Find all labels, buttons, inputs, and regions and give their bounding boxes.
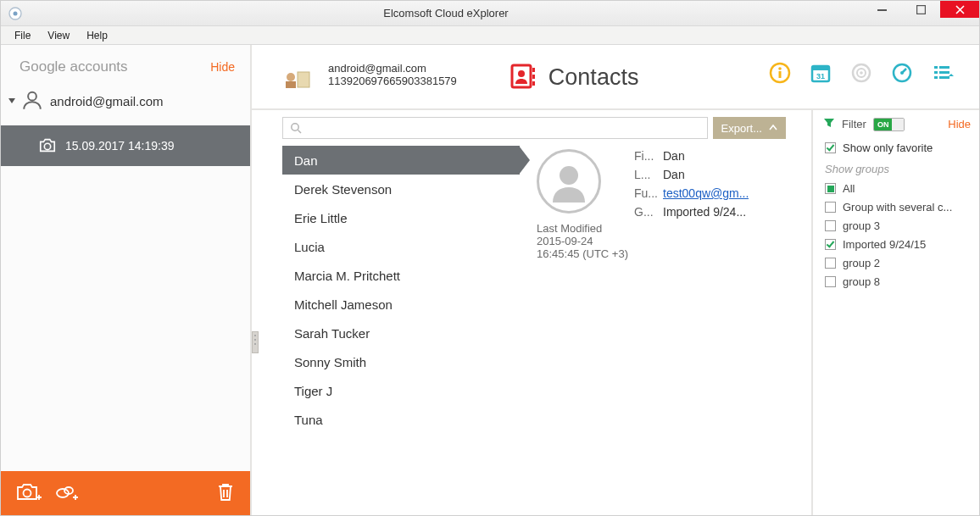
calendar-icon[interactable]: 31 (810, 62, 832, 86)
close-button[interactable] (940, 1, 979, 18)
show-favorite-label: Show only favorite (843, 141, 933, 154)
group-item[interactable]: group 8 (825, 274, 979, 291)
main-area: Google accounts Hide android@gmail.com 1… (1, 45, 979, 515)
export-button[interactable]: Export... (713, 117, 786, 139)
menu-view[interactable]: View (39, 28, 78, 43)
list-item[interactable]: Tuna (282, 405, 520, 434)
list-item[interactable]: Tiger J (282, 376, 520, 405)
search-input[interactable] (302, 121, 700, 136)
svg-rect-33 (939, 76, 949, 79)
field-row: Fu... test00qw@gm... (634, 186, 799, 200)
expand-icon[interactable] (8, 95, 16, 108)
info-icon[interactable] (769, 62, 791, 86)
filter-toggle[interactable]: ON (873, 118, 905, 131)
target-icon[interactable] (850, 62, 872, 86)
group-item[interactable]: Group with several c... (825, 199, 979, 218)
svg-point-4 (28, 92, 36, 101)
filter-label: Filter (842, 118, 866, 130)
add-snapshot-button[interactable] (16, 481, 42, 506)
delete-button[interactable] (216, 482, 235, 505)
field-label: G... (634, 205, 663, 219)
menu-file[interactable]: File (6, 28, 39, 43)
avatar (537, 149, 601, 214)
menu-bar: File View Help (1, 26, 979, 45)
svg-rect-11 (286, 81, 296, 88)
header-email: android@gmail.com (328, 62, 457, 75)
svg-point-18 (778, 67, 782, 70)
filter-head: Filter ON Hide (813, 110, 979, 140)
fields-column: Fi... Dan L... Dan Fu... test00qw@gm... (634, 146, 811, 515)
account-row[interactable]: android@gmail.com (1, 84, 250, 125)
section-title: Contacts (548, 64, 639, 91)
camera-icon (38, 137, 57, 154)
sidebar: Google accounts Hide android@gmail.com 1… (1, 45, 252, 515)
checkbox-icon[interactable] (825, 258, 836, 269)
field-value-link[interactable]: test00qw@gm... (663, 186, 749, 200)
last-modified-time: 16:45:45 (UTC +3) (537, 247, 634, 260)
group-item[interactable]: group 2 (825, 255, 979, 274)
maximize-button[interactable] (901, 1, 940, 18)
sidebar-hide[interactable]: Hide (210, 60, 235, 74)
account-info: android@gmail.com 113920697665903381579 (328, 62, 457, 87)
filter-hide[interactable]: Hide (948, 118, 971, 130)
field-label: Fi... (634, 149, 663, 163)
group-item[interactable]: Imported 9/24/15 (825, 236, 979, 255)
dashboard-icon[interactable] (891, 62, 913, 86)
body-row: Dan Derek Stevenson Erie Little Lucia Ma… (252, 146, 811, 515)
category-menu-icon[interactable] (932, 62, 954, 86)
app-icon (6, 4, 25, 23)
list-item[interactable]: Derek Stevenson (282, 175, 520, 203)
field-row: G... Imported 9/24... (634, 205, 799, 219)
checkbox-icon[interactable] (825, 239, 836, 250)
svg-point-34 (292, 124, 298, 130)
add-cloud-button[interactable] (55, 481, 79, 506)
list-item[interactable]: Sonny Smith (282, 347, 520, 376)
snapshot-label: 15.09.2017 14:19:39 (65, 139, 174, 153)
splitter-handle[interactable] (252, 331, 259, 353)
svg-point-6 (24, 489, 31, 497)
checkbox-icon[interactable] (825, 276, 836, 287)
svg-point-5 (44, 143, 50, 149)
last-modified-label: Last Modified (537, 222, 634, 235)
svg-rect-30 (934, 71, 938, 74)
list-item[interactable]: Marcia M. Pritchett (282, 261, 520, 290)
header-icons: 31 (769, 62, 954, 86)
snapshot-row[interactable]: 15.09.2017 14:19:39 (1, 125, 250, 166)
svg-point-25 (860, 71, 863, 75)
window-controls (862, 1, 979, 25)
filter-panel: Filter ON Hide Show only favorite Show g… (811, 110, 979, 515)
svg-rect-15 (532, 75, 535, 79)
list-item[interactable]: Erie Little (282, 203, 520, 232)
export-label: Export... (721, 122, 762, 135)
checkbox-icon[interactable] (825, 142, 836, 153)
svg-rect-28 (934, 66, 938, 69)
checkbox-icon[interactable] (825, 220, 836, 231)
chevron-up-icon (769, 124, 777, 132)
minimize-button[interactable] (862, 1, 901, 18)
checkbox-icon[interactable] (825, 202, 836, 213)
list-item[interactable]: Lucia (282, 232, 520, 261)
group-item[interactable]: group 3 (825, 218, 979, 236)
svg-point-35 (560, 166, 578, 185)
filter-icon (823, 117, 835, 131)
svg-point-13 (518, 70, 525, 77)
group-list[interactable]: All Group with several c... group 3 Impo… (813, 180, 979, 291)
group-item[interactable]: All (825, 180, 979, 199)
list-item[interactable]: Sarah Tucker (282, 319, 520, 347)
field-label: Fu... (634, 186, 663, 200)
window-title: Elcomsoft Cloud eXplorer (30, 7, 862, 19)
list-item[interactable]: Dan (282, 146, 520, 175)
menu-help[interactable]: Help (78, 28, 116, 43)
sidebar-actions (1, 471, 250, 515)
product-logo (282, 65, 313, 91)
show-favorite-row[interactable]: Show only favorite (813, 140, 979, 163)
checkbox-icon[interactable] (825, 183, 836, 194)
search-box[interactable] (282, 117, 708, 139)
show-groups-label: Show groups (813, 163, 979, 180)
svg-rect-21 (812, 66, 829, 70)
detail-column: Last Modified 2015-09-24 16:45:45 (UTC +… (520, 146, 634, 515)
svg-rect-19 (779, 71, 782, 78)
account-email: android@gmail.com (50, 94, 164, 108)
contact-list[interactable]: Dan Derek Stevenson Erie Little Lucia Ma… (282, 146, 520, 515)
list-item[interactable]: Mitchell Jameson (282, 290, 520, 319)
